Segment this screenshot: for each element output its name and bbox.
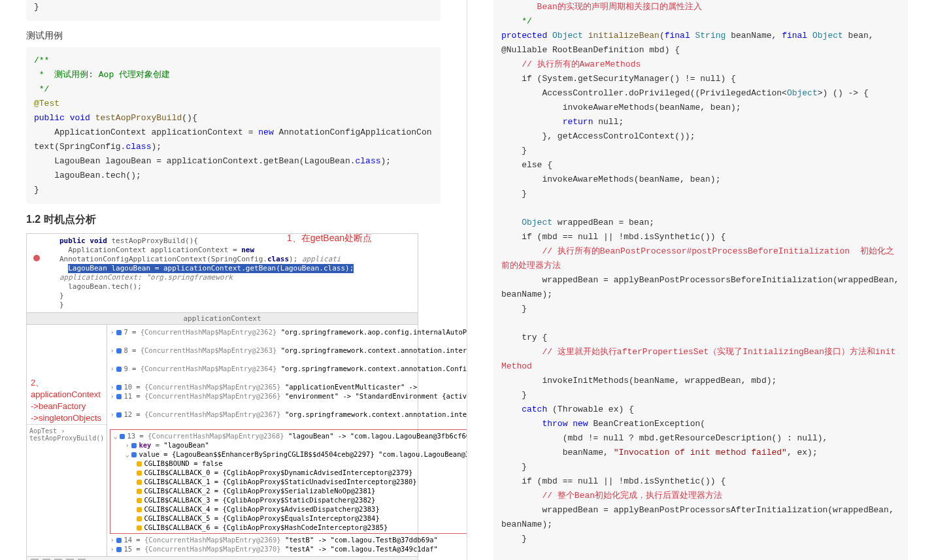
red-annotation-2a: 2、applicationContext <box>31 378 101 399</box>
code-block-tail: } <box>26 0 441 21</box>
debugger-tree: ›7 = {ConcurrentHashMap$MapEntry@2362} "… <box>107 325 467 556</box>
right-column: Bean的实现的声明周期相关接口的属性注入 */ protected Objec… <box>467 0 934 560</box>
debugger-left-pane: 2、applicationContext ->beanFactory ->sin… <box>27 325 107 556</box>
heading-1-2: 1.2 时机点分析 <box>26 213 441 227</box>
left-column: } 测试用例 /** * 测试用例: Aop 代理对象创建 */ @Test p… <box>0 0 467 560</box>
red-annotation-2c: ->singletonObjects <box>31 413 101 423</box>
code-block-initialize-bean: Bean的实现的声明周期相关接口的属性注入 */ protected Objec… <box>493 0 908 560</box>
breakpoint-dot <box>33 255 40 261</box>
red-annotation-1: 1、在getBean处断点 <box>287 233 372 244</box>
test-usecase-heading: 测试用例 <box>26 30 441 42</box>
red-annotation-2b: ->beanFactory <box>31 401 86 411</box>
debugger-crumb: AopTest › testAopProxyBuild() <box>27 424 107 444</box>
debugger-var-title: applicationContext <box>27 313 418 325</box>
debugger-statusbar <box>27 556 418 560</box>
debugger-screenshot: 1、在getBean处断点 public void public void te… <box>26 233 418 560</box>
code-block-test: /** * 测试用例: Aop 代理对象创建 */ @Test public v… <box>26 47 441 204</box>
debugger-editor: public void public void testAopProxyBuil… <box>27 234 418 313</box>
